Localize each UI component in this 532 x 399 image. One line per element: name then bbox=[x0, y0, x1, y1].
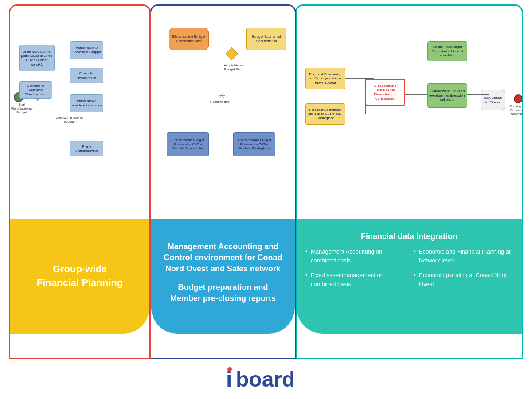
right-grid: Management Accounting on combined basis … bbox=[305, 247, 513, 294]
diag-box-elab-indici: Elaborazione indici ed eventuali rielabo… bbox=[427, 83, 467, 108]
svg-point-1 bbox=[227, 367, 232, 372]
rline-1 bbox=[345, 78, 374, 79]
panel-left: StartPianificazione/Budget Linee Guida a… bbox=[9, 4, 151, 359]
label-acquisizione: Acquisizione Budget Soci bbox=[222, 63, 244, 71]
bullet-4: Economic planning at Conad Nord Ovest bbox=[414, 271, 513, 288]
label-consegna: ConsegnaReport diSistema bbox=[509, 104, 522, 116]
diag-box-definizione: Definizione Scenario Pianificazione bbox=[19, 81, 52, 99]
svg-text:board: board bbox=[236, 368, 295, 391]
rline-2 bbox=[345, 114, 374, 114]
diag-box-approv-budget: Approvazione Budget Economico CdT e Soci… bbox=[233, 132, 275, 156]
end-circle bbox=[514, 94, 522, 103]
right-bottom: Financial data integration Management Ac… bbox=[297, 219, 522, 334]
middle-bottom-text1: Management Accounting and Control enviro… bbox=[164, 241, 282, 275]
diag-box-elab-budget-soci: Elaborazione Budget Economico Soci bbox=[169, 28, 209, 50]
line-v2 bbox=[86, 123, 86, 159]
diag-box-forecast-top: Forecast Economico per 3 anni per singol… bbox=[305, 68, 345, 89]
middle-bottom: Management Accounting and Control enviro… bbox=[151, 219, 295, 334]
diag-box-elab-budget-cdt: Elaborazione Budget Economico CdT e Soci… bbox=[167, 132, 209, 156]
diag-box-budget-eco-def: Budget Economici Soci definitivi bbox=[246, 28, 286, 50]
panel-right: Forecast Economico per 3 anni per singol… bbox=[295, 4, 523, 359]
rline-3 bbox=[405, 94, 427, 95]
bullet-col-right: Economic and Financial Planning at Netwo… bbox=[414, 247, 513, 294]
diag-box-cda: CdA Conad del Tirreno bbox=[481, 90, 505, 110]
line-1 bbox=[23, 95, 37, 95]
logo-svg: i board bbox=[226, 366, 306, 391]
left-bottom: Group-wide Financial Planning bbox=[10, 219, 149, 334]
panel-middle: ✳ Raccolta Info Elaborazione Budget Econ… bbox=[150, 4, 296, 359]
bullet-1: Management Accounting on combined basis bbox=[305, 247, 405, 265]
diag-box-piano-ristrutturazioni: Piano Ristrutturazioni bbox=[70, 141, 103, 156]
board-logo: i board bbox=[226, 366, 306, 391]
line-v1 bbox=[86, 74, 86, 123]
diag-star: ✳ bbox=[219, 91, 225, 101]
rline-v bbox=[365, 78, 366, 114]
middle-diagram: ✳ Raccolta Info Elaborazione Budget Econ… bbox=[151, 6, 295, 219]
main-container: StartPianificazione/Budget Linee Guida a… bbox=[9, 4, 523, 359]
left-bottom-text: Group-wide Financial Planning bbox=[37, 262, 123, 290]
diag-box-linee-guida: Linee Guida annid pianificazione Linee G… bbox=[19, 45, 55, 71]
bullet-2: Fixed asset management on combined basis bbox=[305, 271, 405, 288]
bullet-3: Economic and Financial Planning at Netwo… bbox=[414, 247, 513, 265]
line-top bbox=[209, 39, 242, 39]
diag-box-analisi: Analisi Fabbisogni Finanziari ed ipotesi… bbox=[427, 41, 467, 61]
start-label: StartPianificazione/Budget bbox=[11, 102, 32, 114]
label-raccolta: Raccolta Info bbox=[207, 100, 233, 104]
diag-box-forecast-bottom: Forecast Economico per 3 anni CdT e Soc.… bbox=[305, 103, 345, 125]
diag-box-piano-assetto: Piano Assetto Societario Gruppo bbox=[70, 41, 103, 59]
left-diagram: StartPianificazione/Budget Linee Guida a… bbox=[10, 6, 149, 219]
rline-4 bbox=[467, 94, 489, 95]
label-definizione-scenari: Definizione Scenari Societari bbox=[55, 116, 86, 124]
bullet-col-left: Management Accounting on combined basis … bbox=[305, 247, 405, 294]
right-bottom-content: Financial data integration Management Ac… bbox=[305, 232, 513, 294]
diag-box-cruscotto: Cruscotto Investimenti bbox=[70, 68, 103, 83]
right-title: Financial data integration bbox=[305, 232, 513, 241]
line-vmid bbox=[232, 39, 232, 92]
middle-bottom-text2: Budget preparation and Member pre-closin… bbox=[170, 282, 276, 304]
diag-box-piano-nuove: Piano nuove aperture / chiusure bbox=[70, 94, 103, 112]
diag-box-rendiconto: Elaborazione Rendiconto Finanziario di C… bbox=[365, 79, 405, 106]
right-diagram: Forecast Economico per 3 anni per singol… bbox=[297, 6, 522, 219]
